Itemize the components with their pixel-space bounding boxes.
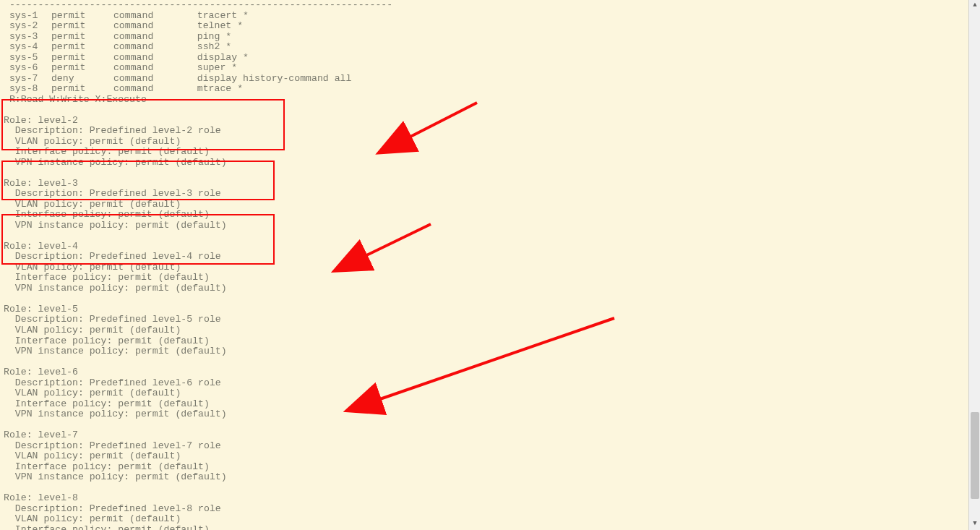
- terminal-output: ----------------------------------------…: [0, 0, 968, 530]
- role-detail: Interface policy: permit (default): [4, 336, 392, 347]
- role-block-5: Role: level-5 Description: Predefined le…: [4, 304, 392, 357]
- role-name: Role: level-6: [4, 367, 392, 378]
- role-detail: VLAN policy: permit (default): [4, 514, 392, 525]
- role-detail: VLAN policy: permit (default): [4, 388, 392, 399]
- rule-row: sys-1permitcommand tracert *: [4, 11, 392, 22]
- role-detail: VLAN policy: permit (default): [4, 325, 392, 336]
- role-detail: VLAN policy: permit (default): [4, 137, 392, 148]
- role-name: Role: level-3: [4, 179, 392, 189]
- role-block-3: Role: level-3 Description: Predefined le…: [4, 179, 392, 231]
- role-detail: Interface policy: permit (default): [4, 525, 392, 530]
- role-name: Role: level-5: [4, 304, 392, 315]
- role-name: Role: level-2: [4, 116, 392, 127]
- role-detail: Interface policy: permit (default): [4, 273, 392, 283]
- role-detail: Interface policy: permit (default): [4, 462, 392, 473]
- role-detail: VLAN policy: permit (default): [4, 451, 392, 462]
- legend-line: R:Read W:Write X:Execute: [4, 95, 392, 106]
- role-detail: VLAN policy: permit (default): [4, 262, 392, 273]
- role-detail: Description: Predefined level-6 role: [4, 378, 392, 389]
- role-name: Role: level-7: [4, 430, 392, 441]
- role-block-6: Role: level-6 Description: Predefined le…: [4, 367, 392, 420]
- role-detail: Interface policy: permit (default): [4, 399, 392, 410]
- role-block-7: Role: level-7 Description: Predefined le…: [4, 430, 392, 483]
- annotation-arrow-icon: [376, 318, 614, 401]
- role-detail: Interface policy: permit (default): [4, 147, 392, 158]
- scroll-thumb[interactable]: [971, 412, 979, 499]
- role-detail: VPN instance policy: permit (default): [4, 409, 392, 420]
- rule-row: sys-4permitcommand ssh2 *: [4, 42, 392, 53]
- role-detail: VPN instance policy: permit (default): [4, 221, 392, 231]
- dash-line: ----------------------------------------…: [4, 0, 392, 11]
- vertical-scrollbar[interactable]: ▲ ▼: [968, 0, 980, 530]
- rule-row: sys-8permitcommand mtrace *: [4, 84, 392, 95]
- role-detail: Description: Predefined level-4 role: [4, 252, 392, 262]
- rule-row: sys-6permitcommand super *: [4, 63, 392, 74]
- role-detail: VPN instance policy: permit (default): [4, 346, 392, 357]
- annotation-arrow-icon: [406, 103, 477, 139]
- role-block-2: Role: level-2 Description: Predefined le…: [4, 116, 392, 168]
- role-detail: VPN instance policy: permit (default): [4, 158, 392, 168]
- rule-row: sys-7denycommand display history-command…: [4, 74, 392, 85]
- rule-row: sys-2permitcommand telnet *: [4, 21, 392, 32]
- role-block-4: Role: level-4 Description: Predefined le…: [4, 242, 392, 294]
- rule-row: sys-5permitcommand display *: [4, 53, 392, 64]
- scroll-up-icon[interactable]: ▲: [969, 0, 980, 12]
- scroll-down-icon[interactable]: ▼: [969, 518, 980, 530]
- role-detail: Description: Predefined level-8 role: [4, 504, 392, 515]
- rule-row: sys-3permitcommand ping *: [4, 32, 392, 43]
- role-detail: VPN instance policy: permit (default): [4, 283, 392, 294]
- role-detail: VPN instance policy: permit (default): [4, 472, 392, 483]
- role-detail: Description: Predefined level-5 role: [4, 315, 392, 325]
- role-block-8: Role: level-8 Description: Predefined le…: [4, 493, 392, 530]
- role-detail: Interface policy: permit (default): [4, 210, 392, 221]
- role-detail: Description: Predefined level-7 role: [4, 441, 392, 452]
- role-name: Role: level-8: [4, 493, 392, 504]
- role-name: Role: level-4: [4, 242, 392, 252]
- role-detail: VLAN policy: permit (default): [4, 200, 392, 210]
- cli-text-area: ----------------------------------------…: [4, 0, 392, 530]
- role-detail: Description: Predefined level-3 role: [4, 189, 392, 200]
- role-detail: Description: Predefined level-2 role: [4, 126, 392, 137]
